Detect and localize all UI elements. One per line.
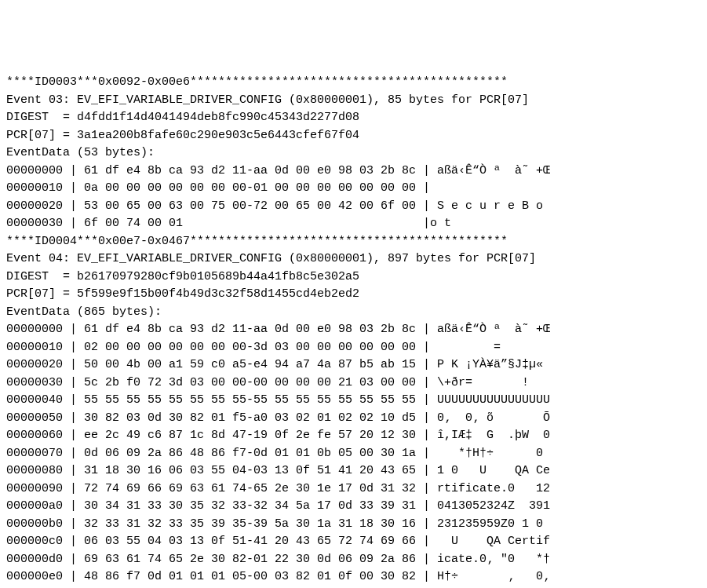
dump-line: 00000000 | 61 df e4 8b ca 93 d2 11-aa 0d… bbox=[6, 163, 701, 181]
dump-line: 000000c0 | 06 03 55 04 03 13 0f 51-41 20… bbox=[6, 533, 701, 551]
dump-line: EventData (53 bytes): bbox=[6, 144, 701, 163]
dump-line: 00000030 | 5c 2b f0 72 3d 03 00 00-00 00… bbox=[6, 374, 701, 393]
dump-line: 00000070 | 0d 06 09 2a 86 48 86 f7-0d 01… bbox=[6, 445, 701, 463]
dump-line: 00000010 | 0a 00 00 00 00 00 00 00-01 00… bbox=[6, 180, 701, 198]
dump-line: 00000020 | 53 00 65 00 63 00 75 00-72 00… bbox=[6, 198, 701, 216]
dump-line: 00000050 | 30 82 03 0d 30 82 01 f5-a0 03… bbox=[6, 410, 701, 428]
dump-line: Event 04: EV_EFI_VARIABLE_DRIVER_CONFIG … bbox=[6, 250, 701, 268]
dump-line: 00000020 | 50 00 4b 00 a1 59 c0 a5-e4 94… bbox=[6, 356, 701, 374]
dump-line: 000000e0 | 48 86 f7 0d 01 01 01 05-00 03… bbox=[6, 568, 701, 586]
dump-line: PCR[07] = 3a1ea200b8fafe60c290e903c5e644… bbox=[6, 127, 701, 145]
dump-line: ****ID0003***0x0092-0x00e6**************… bbox=[6, 74, 701, 92]
dump-line: 00000080 | 31 18 30 16 06 03 55 04-03 13… bbox=[6, 462, 701, 480]
dump-line: 00000090 | 72 74 69 66 69 63 61 74-65 2e… bbox=[6, 480, 701, 499]
dump-line: DIGEST = b26170979280cf9b0105689b44a41fb… bbox=[6, 268, 701, 287]
dump-line: EventData (865 bytes): bbox=[6, 304, 701, 322]
dump-line: Event 03: EV_EFI_VARIABLE_DRIVER_CONFIG … bbox=[6, 92, 701, 110]
hex-dump-block: ****ID0003***0x0092-0x00e6**************… bbox=[6, 74, 701, 586]
dump-line: 000000a0 | 30 34 31 33 30 35 32 33-32 34… bbox=[6, 498, 701, 516]
dump-line: 00000040 | 55 55 55 55 55 55 55 55-55 55… bbox=[6, 392, 701, 410]
dump-line: 000000b0 | 32 33 31 32 33 35 39 35-39 5a… bbox=[6, 516, 701, 534]
dump-line: 00000030 | 6f 00 74 00 01 |o t bbox=[6, 215, 701, 233]
dump-line: DIGEST = d4fdd1f14d4041494deb8fc990c4534… bbox=[6, 109, 701, 127]
dump-line: ****ID0004***0x00e7-0x0467**************… bbox=[6, 233, 701, 251]
dump-line: 00000010 | 02 00 00 00 00 00 00 00-3d 03… bbox=[6, 339, 701, 357]
dump-line: 00000060 | ee 2c 49 c6 87 1c 8d 47-19 0f… bbox=[6, 427, 701, 445]
dump-line: 00000000 | 61 df e4 8b ca 93 d2 11-aa 0d… bbox=[6, 321, 701, 339]
dump-line: 000000d0 | 69 63 61 74 65 2e 30 82-01 22… bbox=[6, 551, 701, 569]
dump-line: PCR[07] = 5f599e9f15b00f4b49d3c32f58d145… bbox=[6, 286, 701, 304]
